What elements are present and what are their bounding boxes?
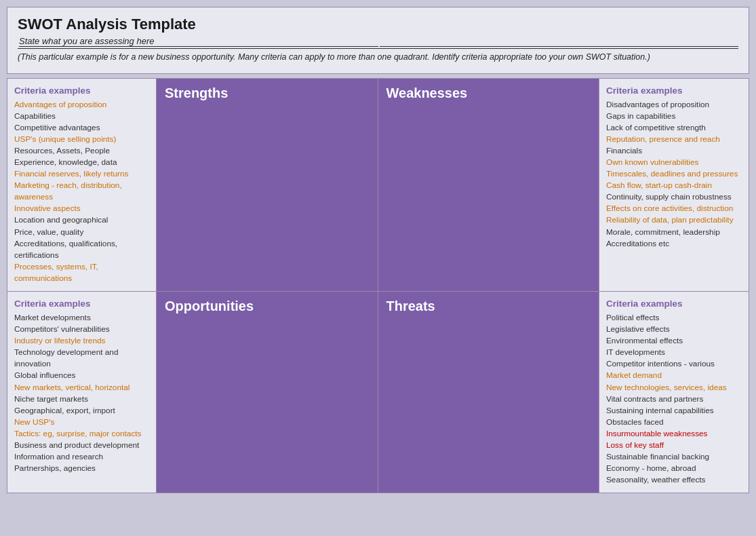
list-item: New technologies, services, ideas (606, 382, 742, 394)
list-item: Business and product development (14, 440, 149, 451)
list-item: New markets, vertical, horizontal (14, 382, 149, 394)
list-item: Environmental effects (606, 335, 742, 347)
list-item: Location and geographical (14, 214, 149, 226)
list-item: Reputation, presence and reach (606, 134, 742, 145)
list-item: Innovative aspects (14, 203, 149, 214)
list-item: Processes, systems, IT, communications (14, 261, 149, 284)
list-item: Seasonality, weather effects (606, 474, 742, 486)
list-item: Gaps in capabilities (606, 111, 742, 122)
list-item: New USP's (14, 417, 149, 428)
threats-cell[interactable]: Threats (378, 292, 600, 493)
list-item: Market demand (606, 370, 742, 381)
list-item: Competitors' vulnerabilities (14, 324, 149, 335)
threats-title: Threats (386, 299, 591, 314)
criteria-list-bottom-right: Political effectsLegislative effectsEnvi… (606, 312, 742, 486)
list-item: Tactics: eg, surprise, major contacts (14, 428, 149, 440)
list-item: Industry or lifestyle trends (14, 335, 149, 347)
swot-grid: Criteria examples Advantages of proposit… (7, 78, 749, 494)
list-item: Vital contracts and partners (606, 394, 742, 405)
list-item: Economy - home, abroad (606, 463, 742, 474)
list-item: Sustainable financial backing (606, 451, 742, 463)
list-item: Global influences (14, 370, 149, 381)
list-item: Accreditations etc (606, 238, 742, 250)
strengths-cell[interactable]: Strengths (157, 79, 378, 292)
criteria-bottom-right: Criteria examples Political effectsLegis… (599, 292, 749, 493)
criteria-heading-top-right: Criteria examples (606, 85, 742, 96)
list-item: Morale, commitment, leadership (606, 227, 742, 238)
opportunities-title: Opportunities (165, 299, 370, 314)
criteria-list-top-left: Advantages of propositionCapabilitiesCom… (14, 99, 149, 285)
list-item: Partnerships, agencies (14, 463, 149, 474)
header-note: (This particular example is for a new bu… (18, 52, 738, 64)
list-item: Financials (606, 145, 742, 157)
criteria-top-right: Criteria examples Disadvantages of propo… (599, 79, 749, 292)
list-item: Reliability of data, plan predictability (606, 214, 742, 226)
list-item: USP's (unique selling points) (14, 134, 149, 145)
page-title: SWOT Analysis Template (18, 16, 738, 33)
list-item: Accreditations, qualifications, certific… (14, 238, 149, 261)
list-item: Loss of key staff (606, 440, 742, 451)
list-item: Competitive advantages (14, 122, 149, 134)
list-item: Disadvantages of proposition (606, 99, 742, 111)
list-item: Resources, Assets, People (14, 145, 149, 157)
list-item: Legislative effects (606, 324, 742, 335)
criteria-list-bottom-left: Market developmentsCompetitors' vulnerab… (14, 312, 149, 474)
weaknesses-cell[interactable]: Weaknesses (378, 79, 600, 292)
list-item: Price, value, quality (14, 227, 149, 238)
list-item: Lack of competitive strength (606, 122, 742, 134)
list-item: Experience, knowledge, data (14, 157, 149, 168)
list-item: Financial reserves, likely returns (14, 168, 149, 180)
list-item: Niche target markets (14, 394, 149, 405)
list-item: Obstacles faced (606, 417, 742, 428)
strengths-title: Strengths (165, 85, 370, 101)
header-box: SWOT Analysis Template State what you ar… (7, 7, 749, 74)
list-item: Political effects (606, 312, 742, 324)
criteria-list-top-right: Disadvantages of propositionGaps in capa… (606, 99, 742, 250)
list-item: Effects on core activities, distruction (606, 203, 742, 214)
list-item: Cash flow, start-up cash-drain (606, 180, 742, 191)
list-item: Geographical, export, import (14, 405, 149, 417)
list-item: Competitor intentions - various (606, 358, 742, 370)
criteria-heading-bottom-right: Criteria examples (606, 299, 742, 309)
list-item: Capabilities (14, 111, 149, 122)
criteria-heading-top-left: Criteria examples (14, 85, 149, 96)
list-item: Marketing - reach, distribution, awarene… (14, 180, 149, 203)
list-item: Information and research (14, 451, 149, 463)
criteria-bottom-left: Criteria examples Market developmentsCom… (7, 292, 157, 493)
list-item: Timescales, deadlines and pressures (606, 168, 742, 180)
list-item: IT developments (606, 347, 742, 358)
criteria-heading-bottom-left: Criteria examples (14, 299, 149, 309)
weaknesses-title: Weaknesses (386, 85, 591, 101)
criteria-top-left: Criteria examples Advantages of proposit… (7, 79, 157, 292)
list-item: Insurmountable weaknesses (606, 428, 742, 440)
header-subtitle: State what you are assessing here (18, 36, 738, 49)
list-item: Advantages of proposition (14, 99, 149, 111)
subtitle-label: State what you are assessing here (19, 36, 378, 47)
list-item: Own known vulnerabilities (606, 157, 742, 168)
opportunities-cell[interactable]: Opportunities (157, 292, 378, 493)
list-item: Market developments (14, 312, 149, 324)
swot-container: SWOT Analysis Template State what you ar… (7, 7, 749, 493)
list-item: Sustaining internal capabilities (606, 405, 742, 417)
list-item: Technology development and innovation (14, 347, 149, 370)
list-item: Continuity, supply chain robustness (606, 191, 742, 203)
